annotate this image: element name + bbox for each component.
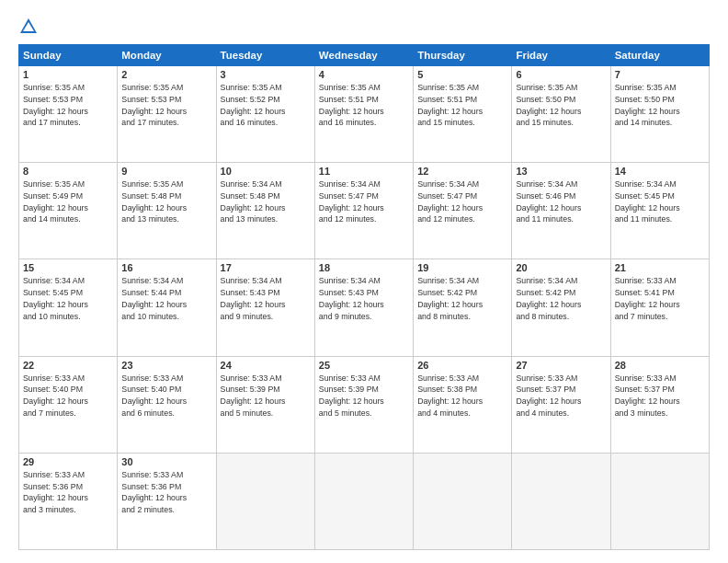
calendar-cell: 4Sunrise: 5:35 AMSunset: 5:51 PMDaylight… — [314, 66, 413, 163]
day-number: 6 — [516, 69, 606, 80]
day-number: 4 — [319, 69, 409, 80]
calendar-cell: 27Sunrise: 5:33 AMSunset: 5:37 PMDayligh… — [512, 356, 610, 453]
calendar-cell: 2Sunrise: 5:35 AMSunset: 5:53 PMDaylight… — [118, 66, 216, 163]
day-info: Sunrise: 5:34 AMSunset: 5:42 PMDaylight:… — [516, 275, 606, 322]
calendar-cell: 6Sunrise: 5:35 AMSunset: 5:50 PMDaylight… — [512, 66, 610, 163]
calendar-week-5: 29Sunrise: 5:33 AMSunset: 5:36 PMDayligh… — [19, 453, 710, 549]
day-number: 21 — [615, 262, 705, 273]
day-number: 16 — [121, 262, 211, 273]
logo-icon — [18, 17, 39, 37]
logo — [18, 17, 42, 37]
calendar-cell: 13Sunrise: 5:34 AMSunset: 5:46 PMDayligh… — [512, 163, 610, 259]
weekday-tuesday: Tuesday — [216, 45, 314, 66]
calendar-cell: 30Sunrise: 5:33 AMSunset: 5:36 PMDayligh… — [118, 453, 216, 549]
day-info: Sunrise: 5:35 AMSunset: 5:53 PMDaylight:… — [121, 82, 211, 129]
day-number: 29 — [23, 456, 113, 467]
weekday-sunday: Sunday — [19, 45, 118, 66]
calendar-cell: 15Sunrise: 5:34 AMSunset: 5:45 PMDayligh… — [19, 259, 118, 356]
day-info: Sunrise: 5:34 AMSunset: 5:47 PMDaylight:… — [319, 178, 409, 225]
day-info: Sunrise: 5:34 AMSunset: 5:48 PMDaylight:… — [221, 178, 311, 225]
day-number: 9 — [121, 166, 211, 177]
day-number: 23 — [121, 360, 211, 371]
calendar-cell: 1Sunrise: 5:35 AMSunset: 5:53 PMDaylight… — [19, 66, 118, 163]
day-info: Sunrise: 5:35 AMSunset: 5:52 PMDaylight:… — [221, 82, 311, 129]
day-info: Sunrise: 5:33 AMSunset: 5:39 PMDaylight:… — [221, 373, 311, 419]
calendar-table: SundayMondayTuesdayWednesdayThursdayFrid… — [18, 44, 710, 550]
day-info: Sunrise: 5:33 AMSunset: 5:36 PMDaylight:… — [121, 469, 211, 516]
day-number: 8 — [23, 166, 113, 177]
day-number: 11 — [319, 166, 409, 177]
day-info: Sunrise: 5:33 AMSunset: 5:39 PMDaylight:… — [319, 373, 409, 419]
calendar-cell: 16Sunrise: 5:34 AMSunset: 5:44 PMDayligh… — [118, 259, 216, 356]
weekday-thursday: Thursday — [414, 45, 512, 66]
calendar-cell — [512, 453, 610, 549]
calendar-cell: 24Sunrise: 5:33 AMSunset: 5:39 PMDayligh… — [216, 356, 314, 453]
calendar-cell — [216, 453, 314, 549]
calendar-cell: 3Sunrise: 5:35 AMSunset: 5:52 PMDaylight… — [216, 66, 314, 163]
calendar-cell: 7Sunrise: 5:35 AMSunset: 5:50 PMDaylight… — [610, 66, 709, 163]
day-info: Sunrise: 5:34 AMSunset: 5:45 PMDaylight:… — [23, 275, 113, 322]
page-header — [18, 17, 710, 37]
weekday-friday: Friday — [512, 45, 610, 66]
day-number: 14 — [615, 166, 705, 177]
day-number: 3 — [221, 69, 311, 80]
day-number: 24 — [221, 360, 311, 371]
calendar-cell: 14Sunrise: 5:34 AMSunset: 5:45 PMDayligh… — [610, 163, 709, 259]
day-number: 30 — [121, 456, 211, 467]
day-info: Sunrise: 5:33 AMSunset: 5:40 PMDaylight:… — [121, 373, 211, 419]
calendar-cell: 8Sunrise: 5:35 AMSunset: 5:49 PMDaylight… — [19, 163, 118, 259]
calendar-cell: 21Sunrise: 5:33 AMSunset: 5:41 PMDayligh… — [610, 259, 709, 356]
calendar-body: 1Sunrise: 5:35 AMSunset: 5:53 PMDaylight… — [19, 66, 710, 550]
calendar-cell — [610, 453, 709, 549]
day-number: 27 — [516, 360, 606, 371]
calendar-cell: 19Sunrise: 5:34 AMSunset: 5:42 PMDayligh… — [414, 259, 512, 356]
calendar-cell — [314, 453, 413, 549]
day-info: Sunrise: 5:35 AMSunset: 5:53 PMDaylight:… — [23, 82, 113, 129]
calendar-cell: 20Sunrise: 5:34 AMSunset: 5:42 PMDayligh… — [512, 259, 610, 356]
weekday-monday: Monday — [118, 45, 216, 66]
day-number: 17 — [221, 262, 311, 273]
calendar-cell: 10Sunrise: 5:34 AMSunset: 5:48 PMDayligh… — [216, 163, 314, 259]
calendar-cell: 22Sunrise: 5:33 AMSunset: 5:40 PMDayligh… — [19, 356, 118, 453]
calendar-cell: 25Sunrise: 5:33 AMSunset: 5:39 PMDayligh… — [314, 356, 413, 453]
day-info: Sunrise: 5:35 AMSunset: 5:50 PMDaylight:… — [516, 82, 606, 129]
calendar-cell: 18Sunrise: 5:34 AMSunset: 5:43 PMDayligh… — [314, 259, 413, 356]
day-number: 28 — [615, 360, 705, 371]
day-number: 19 — [417, 262, 507, 273]
calendar-cell: 23Sunrise: 5:33 AMSunset: 5:40 PMDayligh… — [118, 356, 216, 453]
day-number: 18 — [319, 262, 409, 273]
calendar-cell: 5Sunrise: 5:35 AMSunset: 5:51 PMDaylight… — [414, 66, 512, 163]
day-info: Sunrise: 5:33 AMSunset: 5:40 PMDaylight:… — [23, 373, 113, 419]
day-number: 15 — [23, 262, 113, 273]
calendar-cell: 28Sunrise: 5:33 AMSunset: 5:37 PMDayligh… — [610, 356, 709, 453]
calendar-week-1: 1Sunrise: 5:35 AMSunset: 5:53 PMDaylight… — [19, 66, 710, 163]
day-info: Sunrise: 5:34 AMSunset: 5:43 PMDaylight:… — [221, 275, 311, 322]
day-info: Sunrise: 5:35 AMSunset: 5:49 PMDaylight:… — [23, 178, 113, 225]
day-number: 5 — [417, 69, 507, 80]
calendar-cell: 11Sunrise: 5:34 AMSunset: 5:47 PMDayligh… — [314, 163, 413, 259]
day-info: Sunrise: 5:34 AMSunset: 5:43 PMDaylight:… — [319, 275, 409, 322]
day-info: Sunrise: 5:35 AMSunset: 5:50 PMDaylight:… — [615, 82, 705, 129]
weekday-wednesday: Wednesday — [314, 45, 413, 66]
calendar-week-2: 8Sunrise: 5:35 AMSunset: 5:49 PMDaylight… — [19, 163, 710, 259]
day-info: Sunrise: 5:34 AMSunset: 5:45 PMDaylight:… — [615, 178, 705, 225]
day-info: Sunrise: 5:33 AMSunset: 5:41 PMDaylight:… — [615, 275, 705, 322]
calendar-week-4: 22Sunrise: 5:33 AMSunset: 5:40 PMDayligh… — [19, 356, 710, 453]
day-number: 12 — [417, 166, 507, 177]
day-info: Sunrise: 5:33 AMSunset: 5:37 PMDaylight:… — [516, 373, 606, 419]
calendar-cell: 26Sunrise: 5:33 AMSunset: 5:38 PMDayligh… — [414, 356, 512, 453]
calendar-cell — [414, 453, 512, 549]
day-number: 10 — [221, 166, 311, 177]
calendar-cell: 17Sunrise: 5:34 AMSunset: 5:43 PMDayligh… — [216, 259, 314, 356]
day-number: 20 — [516, 262, 606, 273]
calendar-week-3: 15Sunrise: 5:34 AMSunset: 5:45 PMDayligh… — [19, 259, 710, 356]
day-info: Sunrise: 5:35 AMSunset: 5:51 PMDaylight:… — [319, 82, 409, 129]
day-info: Sunrise: 5:35 AMSunset: 5:51 PMDaylight:… — [417, 82, 507, 129]
day-number: 26 — [417, 360, 507, 371]
day-info: Sunrise: 5:33 AMSunset: 5:38 PMDaylight:… — [417, 373, 507, 419]
calendar-cell: 29Sunrise: 5:33 AMSunset: 5:36 PMDayligh… — [19, 453, 118, 549]
day-number: 22 — [23, 360, 113, 371]
day-info: Sunrise: 5:34 AMSunset: 5:42 PMDaylight:… — [417, 275, 507, 322]
day-info: Sunrise: 5:33 AMSunset: 5:37 PMDaylight:… — [615, 373, 705, 419]
day-info: Sunrise: 5:33 AMSunset: 5:36 PMDaylight:… — [23, 469, 113, 516]
